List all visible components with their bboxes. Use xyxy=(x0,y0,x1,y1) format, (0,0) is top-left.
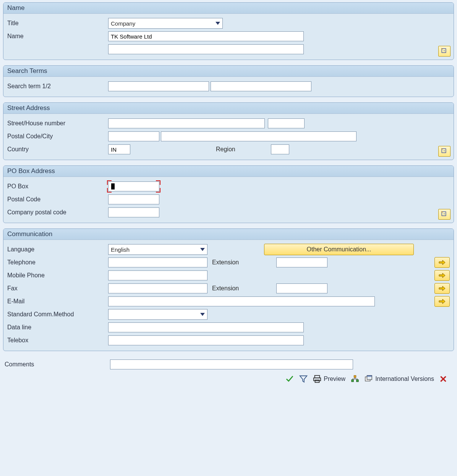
title-select-value: Company xyxy=(111,20,212,27)
label-fax: Fax xyxy=(7,285,107,292)
panel-header-search: Search Terms xyxy=(3,66,454,77)
label-language: Language xyxy=(7,246,107,253)
street-input[interactable] xyxy=(108,118,265,128)
label-comments: Comments xyxy=(5,361,109,368)
tel-extension-input[interactable] xyxy=(276,257,327,267)
accept-button[interactable] xyxy=(285,375,294,383)
label-fax-extension: Extension xyxy=(209,285,275,292)
panel-header-communication: Communication xyxy=(3,229,454,240)
expand-pobox-button[interactable]: + xyxy=(438,209,451,220)
bottom-toolbar: Preview International Versions xyxy=(3,372,454,388)
title-select[interactable]: Company xyxy=(108,18,223,29)
svg-rect-14 xyxy=(367,376,372,377)
chevron-down-icon xyxy=(200,248,205,251)
print-icon xyxy=(313,375,321,383)
filter-button[interactable] xyxy=(299,375,308,383)
panel-communication: Communication Language English Other Com… xyxy=(3,228,454,351)
label-email: E-Mail xyxy=(7,298,107,305)
mobile-more-button[interactable] xyxy=(434,270,450,281)
label-pobox-postcode: Postal Code xyxy=(7,196,107,203)
label-postal: Postal Code/City xyxy=(7,133,107,140)
searchterm1-input[interactable] xyxy=(108,81,209,91)
svg-text:+: + xyxy=(443,212,445,216)
name2-input[interactable] xyxy=(108,44,304,54)
label-mobile: Mobile Phone xyxy=(7,272,107,279)
city-input[interactable] xyxy=(161,131,357,141)
arrow-right-icon xyxy=(439,273,446,278)
comments-input[interactable] xyxy=(110,359,353,369)
fax-input[interactable] xyxy=(108,283,207,293)
other-communication-label: Other Communication... xyxy=(307,246,371,253)
label-dataline: Data line xyxy=(7,324,107,331)
expand-street-button[interactable]: + xyxy=(438,146,451,157)
arrow-right-icon xyxy=(439,286,446,291)
dataline-input[interactable] xyxy=(108,322,304,332)
chevron-down-icon xyxy=(216,22,220,25)
checkmark-icon xyxy=(285,375,294,383)
svg-rect-9 xyxy=(354,376,356,378)
companypc-input[interactable] xyxy=(108,207,159,217)
label-title: Title xyxy=(7,20,107,27)
telephone-more-button[interactable] xyxy=(434,257,450,268)
chevron-down-icon xyxy=(200,313,205,316)
windows-icon xyxy=(365,375,373,383)
preview-label: Preview xyxy=(324,376,345,382)
pobox-postcode-input[interactable] xyxy=(108,194,159,204)
searchterm2-input[interactable] xyxy=(211,81,311,91)
close-icon xyxy=(439,375,447,383)
preview-button[interactable]: Preview xyxy=(313,375,345,383)
language-select[interactable]: English xyxy=(108,244,207,255)
region-input[interactable] xyxy=(271,144,289,154)
svg-rect-11 xyxy=(357,380,359,382)
telebox-input[interactable] xyxy=(108,335,304,345)
expand-icon: + xyxy=(441,48,448,55)
organize-button[interactable] xyxy=(351,375,359,383)
telephone-input[interactable] xyxy=(108,257,207,267)
language-select-value: English xyxy=(111,246,197,253)
label-companypc: Company postal code xyxy=(7,209,107,216)
stdmethod-select[interactable] xyxy=(108,309,207,320)
expand-name-button[interactable]: + xyxy=(438,46,451,57)
svg-text:+: + xyxy=(443,49,445,53)
international-versions-label: International Versions xyxy=(375,376,434,382)
label-stdmethod: Standard Comm.Method xyxy=(7,311,107,318)
label-tel-extension: Extension xyxy=(209,259,275,266)
expand-icon: + xyxy=(441,211,448,218)
fax-extension-input[interactable] xyxy=(276,283,327,293)
email-more-button[interactable] xyxy=(434,296,450,307)
expand-icon: + xyxy=(441,148,448,155)
label-searchterm: Search term 1/2 xyxy=(7,83,107,90)
label-street: Street/House number xyxy=(7,120,107,127)
panel-name: Name Title Company Name + xyxy=(3,2,454,60)
panel-street: Street Address Street/House number Posta… xyxy=(3,102,454,160)
international-versions-button[interactable]: International Versions xyxy=(365,375,434,383)
arrow-right-icon xyxy=(439,260,446,265)
postalcode-input[interactable] xyxy=(108,131,159,141)
panel-header-pobox: PO Box Address xyxy=(3,166,454,177)
panel-header-street: Street Address xyxy=(3,103,454,114)
fax-more-button[interactable] xyxy=(434,283,450,294)
label-telebox: Telebox xyxy=(7,337,107,344)
name1-input[interactable] xyxy=(108,31,304,41)
svg-rect-6 xyxy=(315,376,320,378)
mobile-input[interactable] xyxy=(108,270,207,280)
text-cursor xyxy=(111,183,115,189)
pobox-input[interactable] xyxy=(108,181,159,191)
label-pobox: PO Box xyxy=(7,183,107,190)
label-telephone: Telephone xyxy=(7,259,107,266)
email-input[interactable] xyxy=(108,296,375,306)
close-button[interactable] xyxy=(439,375,447,383)
funnel-icon xyxy=(299,375,308,383)
svg-rect-10 xyxy=(352,380,354,382)
panel-pobox: PO Box Address PO Box Postal Code Compan… xyxy=(3,165,454,223)
label-name: Name xyxy=(7,33,107,40)
panel-search: Search Terms Search term 1/2 xyxy=(3,65,454,97)
other-communication-button[interactable]: Other Communication... xyxy=(264,244,414,255)
org-icon xyxy=(351,375,359,383)
label-country: Country xyxy=(7,146,107,153)
label-region: Region xyxy=(216,146,269,153)
arrow-right-icon xyxy=(439,299,446,304)
svg-text:+: + xyxy=(443,149,445,153)
houseno-input[interactable] xyxy=(268,118,305,128)
country-input[interactable] xyxy=(108,144,130,154)
